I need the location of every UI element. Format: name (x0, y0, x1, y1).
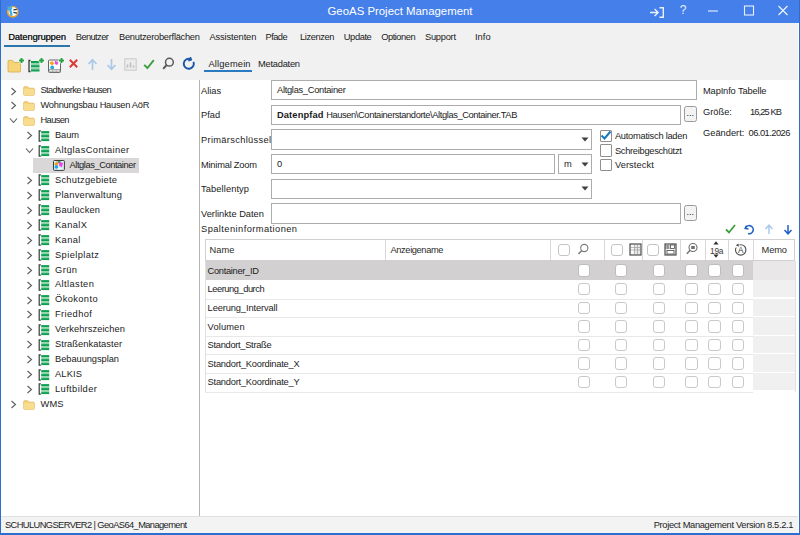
svg-text:A: A (738, 245, 744, 254)
